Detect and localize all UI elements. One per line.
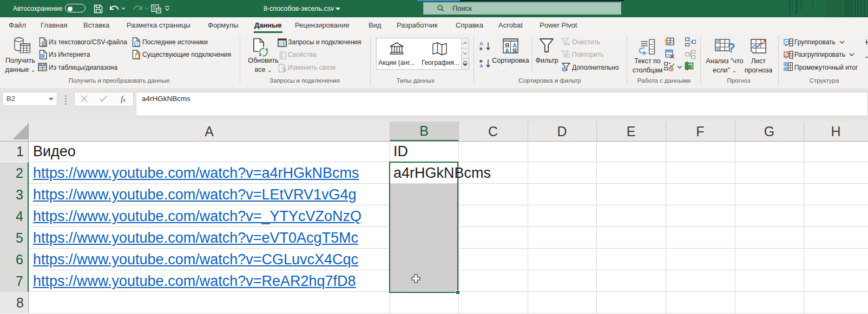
svg-text:J: J (689, 65, 691, 69)
